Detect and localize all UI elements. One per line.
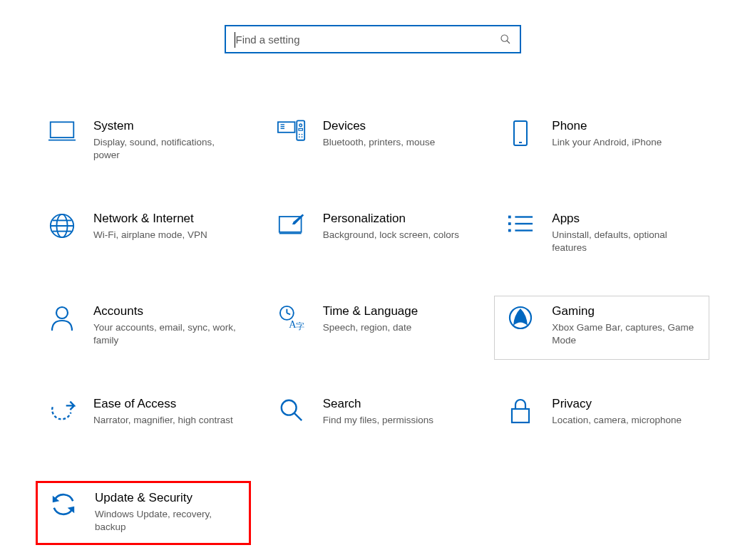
svg-point-13 [299, 136, 300, 138]
tile-title: Gaming [552, 304, 697, 319]
tile-apps[interactable]: Apps Uninstall, defaults, optional featu… [494, 203, 709, 267]
system-icon [45, 118, 79, 142]
tile-system[interactable]: System Display, sound, notifications, po… [36, 110, 251, 175]
svg-point-9 [299, 124, 302, 127]
svg-rect-25 [508, 222, 511, 225]
tile-title: Accounts [93, 304, 239, 319]
svg-point-30 [56, 307, 68, 318]
settings-grid: System Display, sound, notifications, po… [0, 110, 745, 545]
tile-title: Personalization [323, 211, 459, 227]
tile-title: Search [323, 396, 433, 412]
tile-desc: Location, camera, microphone [552, 414, 682, 427]
svg-rect-4 [278, 122, 295, 133]
tile-title: Ease of Access [93, 396, 233, 412]
tile-desc: Narrator, magnifier, high contrast [93, 414, 233, 427]
svg-point-11 [299, 134, 300, 135]
svg-rect-39 [512, 409, 529, 422]
tile-gaming[interactable]: Gaming Xbox Game Bar, captures, Game Mod… [494, 296, 709, 360]
svg-rect-2 [51, 122, 74, 138]
tile-search[interactable]: Search Find my files, permissions [265, 388, 481, 452]
tile-time-language[interactable]: A 字 Time & Language Speech, region, date [265, 296, 481, 360]
tile-title: Apps [552, 211, 697, 227]
svg-line-1 [507, 41, 510, 43]
network-icon [45, 211, 79, 239]
tile-desc: Display, sound, notifications, power [93, 136, 239, 162]
time-language-icon: A 字 [274, 304, 309, 331]
tile-privacy[interactable]: Privacy Location, camera, microphone [494, 388, 709, 452]
svg-point-14 [301, 136, 302, 138]
tile-title: Devices [323, 118, 436, 134]
tile-ease-of-access[interactable]: Ease of Access Narrator, magnifier, high… [36, 388, 251, 452]
search-tile-icon [274, 396, 309, 423]
privacy-icon [503, 396, 538, 425]
search-icon [500, 33, 511, 45]
tile-desc: Link your Android, iPhone [552, 136, 662, 149]
search-input[interactable] [235, 33, 500, 46]
phone-icon [503, 118, 538, 147]
tile-desc: Speech, region, date [323, 321, 418, 334]
tile-desc: Bluetooth, printers, mouse [323, 136, 436, 149]
update-security-icon [46, 490, 81, 517]
tile-desc: Find my files, permissions [323, 414, 433, 427]
tile-update-security[interactable]: Update & Security Windows Update, recove… [36, 481, 251, 545]
svg-point-0 [501, 35, 508, 41]
tile-desc: Background, lock screen, colors [323, 229, 459, 242]
svg-rect-15 [514, 121, 527, 145]
svg-rect-26 [508, 229, 511, 232]
tile-title: Time & Language [323, 304, 418, 319]
devices-icon [274, 118, 309, 142]
tile-title: System [93, 118, 239, 134]
svg-rect-24 [508, 216, 511, 219]
tile-desc: Windows Update, recovery, backup [95, 508, 237, 534]
svg-line-33 [287, 313, 290, 314]
tile-desc: Your accounts, email, sync, work, family [93, 321, 239, 347]
personalization-icon [274, 211, 309, 235]
tile-title: Update & Security [95, 490, 237, 506]
tile-accounts[interactable]: Accounts Your accounts, email, sync, wor… [36, 296, 251, 360]
ease-of-access-icon [45, 396, 79, 423]
tile-title: Privacy [552, 396, 682, 412]
svg-text:字: 字 [295, 321, 304, 331]
gaming-icon [503, 304, 538, 331]
svg-point-37 [281, 400, 296, 415]
search-box[interactable] [225, 25, 521, 53]
apps-icon [503, 211, 538, 235]
tile-desc: Wi-Fi, airplane mode, VPN [93, 229, 207, 242]
tile-phone[interactable]: Phone Link your Android, iPhone [494, 110, 709, 175]
accounts-icon [45, 304, 79, 332]
tile-desc: Xbox Game Bar, captures, Game Mode [552, 321, 697, 347]
tile-devices[interactable]: Devices Bluetooth, printers, mouse [265, 110, 481, 175]
svg-line-38 [294, 413, 301, 420]
tile-network[interactable]: Network & Internet Wi-Fi, airplane mode,… [36, 203, 251, 267]
svg-rect-10 [299, 128, 302, 130]
tile-personalization[interactable]: Personalization Background, lock screen,… [265, 203, 481, 267]
tile-title: Network & Internet [93, 211, 207, 227]
tile-desc: Uninstall, defaults, optional features [552, 229, 697, 254]
text-caret [235, 32, 235, 48]
svg-point-12 [301, 134, 302, 135]
tile-title: Phone [552, 118, 662, 134]
